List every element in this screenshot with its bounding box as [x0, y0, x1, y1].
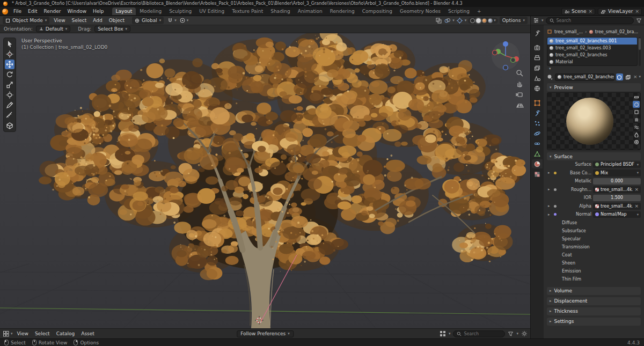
new-material-icon[interactable] — [625, 73, 632, 80]
viewlayer-unlink-icon[interactable]: × — [635, 9, 639, 14]
preview-hair-icon[interactable] — [633, 116, 640, 123]
collapsed-input-row[interactable]: Emission — [547, 267, 641, 275]
workspace-tab[interactable]: Compositing — [358, 8, 396, 15]
tab-view-layer[interactable] — [532, 63, 543, 72]
filter-icon[interactable] — [636, 18, 642, 24]
collapsed-input-row[interactable]: Coat — [547, 251, 641, 259]
display-mode-dropdown-icon[interactable]: ▾ — [449, 332, 451, 336]
scene-selector[interactable]: Scene × — [561, 8, 595, 15]
tab-render[interactable] — [532, 43, 543, 52]
tab-object[interactable] — [532, 98, 543, 107]
input-value-widget[interactable]: Principled BSDF × ▾ — [593, 161, 641, 168]
tool-add-cube[interactable] — [5, 121, 14, 130]
workspace-tab[interactable]: UV Editing — [195, 8, 228, 15]
filter-icon[interactable] — [508, 331, 514, 337]
tab-physics[interactable] — [532, 129, 543, 138]
tool-annotate[interactable] — [5, 100, 14, 110]
properties-search-input[interactable] — [557, 18, 621, 23]
overlays-dropdown-icon[interactable]: ▾ — [452, 19, 455, 23]
mode-selector[interactable]: Object Mode ▾ — [3, 17, 49, 24]
tool-cursor[interactable] — [5, 49, 14, 59]
tool-tweak-select[interactable] — [5, 39, 14, 49]
snap-magnet-icon[interactable] — [167, 17, 173, 24]
shading-dropdown-icon[interactable]: ▾ — [494, 19, 496, 23]
collapsed-input-row[interactable]: Thin Film — [547, 275, 641, 283]
section-preview[interactable]: ▾ Preview — [547, 83, 641, 91]
editor-type-dropdown-icon[interactable]: ▾ — [541, 19, 544, 23]
preview-cube-icon[interactable] — [633, 108, 640, 115]
options-dropdown[interactable]: Options ▾ — [500, 17, 528, 24]
material-specials-icon[interactable]: ▾ — [639, 75, 641, 79]
properties-search[interactable] — [546, 17, 634, 24]
workspace-tab[interactable]: Rendering — [326, 8, 358, 15]
filter-dropdown-icon[interactable]: ▾ — [516, 332, 518, 336]
viewport-menu-item[interactable]: Add — [90, 17, 105, 24]
preview-fluid-icon[interactable] — [633, 131, 640, 138]
overlays-toggle-icon[interactable] — [444, 17, 451, 24]
tab-material[interactable] — [532, 159, 543, 168]
input-value-widget[interactable]: 1.500 × ▾ — [593, 195, 641, 202]
snap-dropdown-icon[interactable]: ▾ — [174, 19, 177, 23]
menu-item[interactable]: Edit — [25, 8, 40, 15]
input-value-widget[interactable]: Normal/Map × ▾ — [593, 211, 641, 218]
asset-library-dropdown[interactable]: Follow Preferences ▾ — [237, 330, 294, 337]
editor-type-dropdown-icon[interactable]: ▾ — [11, 332, 13, 336]
asset-menu-item[interactable]: Catalog — [53, 330, 78, 337]
material-name-field[interactable]: tree_small_02_branches... — [555, 73, 614, 81]
xray-toggle-icon[interactable] — [435, 17, 442, 24]
menu-item[interactable]: Help — [90, 8, 107, 15]
asset-menu-item[interactable]: View — [14, 330, 32, 337]
transform-orientation[interactable]: Global ▾ — [132, 17, 164, 24]
unlink-icon[interactable]: × — [634, 187, 639, 192]
shading-solid-icon[interactable] — [476, 18, 481, 23]
tool-measure[interactable] — [5, 111, 14, 120]
pan-hand-icon[interactable] — [515, 79, 524, 88]
workspace-tab[interactable]: Animation — [294, 8, 326, 15]
input-value-widget[interactable]: 0.000 × ▾ — [593, 178, 641, 185]
input-value-widget[interactable]: tree_small...4k.exr.001 × ▾ — [593, 186, 641, 193]
preview-cloth-icon[interactable] — [633, 123, 640, 130]
input-value-widget[interactable]: Mix × ▾ — [593, 170, 641, 176]
viewport-menu-item[interactable]: Object — [106, 17, 128, 24]
workspace-tab[interactable]: Sculpting — [165, 8, 195, 15]
section-displacement[interactable]: ▸ Displacement — [547, 297, 641, 305]
expander-icon[interactable]: ▸ — [548, 212, 552, 217]
collapsed-input-row[interactable]: Diffuse — [547, 219, 641, 227]
material-slot-row[interactable]: tree_small_02_branches — [547, 51, 637, 58]
gear-icon[interactable] — [521, 330, 528, 337]
collapsed-input-row[interactable]: Subsurface — [547, 227, 641, 235]
workspace-tab[interactable]: Modeling — [136, 8, 165, 15]
tool-rotate[interactable] — [5, 70, 14, 79]
perspective-grid-icon[interactable] — [515, 101, 524, 109]
workspace-tab[interactable]: Geometry Nodes — [396, 8, 444, 15]
tab-world[interactable] — [532, 84, 543, 93]
collapsed-input-row[interactable]: Sheen — [547, 259, 641, 267]
tab-particles[interactable] — [532, 119, 543, 128]
camera-view-icon[interactable] — [515, 90, 524, 99]
browse-material-icon[interactable] — [547, 74, 553, 80]
asset-search-input[interactable] — [464, 332, 501, 336]
unlink-material-icon[interactable]: × — [633, 75, 638, 79]
menu-item[interactable]: Render — [41, 8, 64, 15]
tool-transform[interactable] — [5, 90, 14, 100]
material-slot-row[interactable]: tree_small_02_leaves.003 — [547, 45, 637, 51]
menu-item[interactable]: File — [10, 8, 25, 15]
section-thickness[interactable]: ▸ Thickness — [547, 307, 641, 315]
gizmos-dropdown-icon[interactable]: ▾ — [465, 19, 467, 23]
unlink-icon[interactable]: × — [634, 204, 639, 209]
preview-shaderball-icon[interactable] — [633, 138, 640, 145]
tool-scale[interactable] — [5, 80, 14, 90]
slot-specials-menu[interactable]: ▾ — [547, 66, 641, 71]
drag-setting-dropdown[interactable]: Select Box ▾ — [94, 26, 130, 32]
shading-rendered-icon[interactable] — [488, 18, 493, 23]
properties-editor-icon[interactable] — [533, 17, 539, 24]
section-settings[interactable]: ▸ Settings — [547, 318, 641, 326]
collapsed-input-row[interactable]: Transmission — [547, 243, 641, 251]
fake-user-toggle-icon[interactable] — [616, 73, 623, 80]
asset-search[interactable] — [453, 330, 505, 337]
asset-menu-item[interactable]: Asset — [78, 330, 98, 337]
proportional-edit-icon[interactable] — [179, 17, 186, 24]
tab-output[interactable] — [532, 53, 543, 62]
zoom-icon[interactable] — [515, 69, 524, 77]
material-slot-row[interactable]: tree_small_02_branches.001 — [547, 38, 637, 45]
